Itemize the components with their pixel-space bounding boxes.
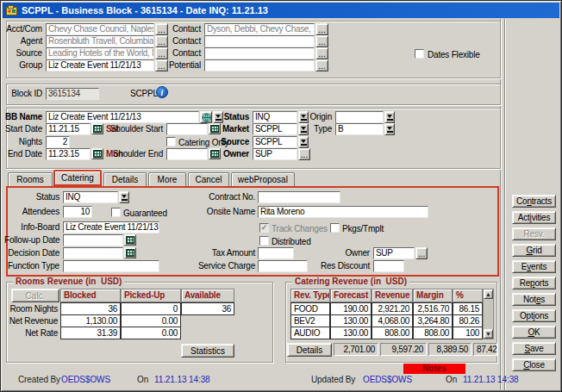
shoulder-end-field[interactable] — [166, 148, 208, 160]
acct-com-field[interactable]: Chevy Chase Council, Naples, — [46, 23, 154, 35]
track-changes-checkbox[interactable]: ✓ — [259, 223, 269, 233]
potential-lookup-button[interactable]: ... — [315, 59, 328, 72]
calendar-icon — [126, 236, 134, 244]
catering-owner-field[interactable]: SUP — [373, 247, 415, 259]
service-charge-field[interactable] — [258, 260, 308, 272]
net-revenue-picked: 0.00 — [121, 314, 181, 327]
scroll-up-button[interactable]: ▲ — [484, 289, 493, 299]
tab-webproposal[interactable]: webProposal — [231, 172, 295, 186]
dates-flexible-checkbox[interactable] — [415, 49, 424, 59]
decision-date-field[interactable] — [63, 247, 123, 259]
info-board-field[interactable]: Liz Create Event 11/21/13 — [63, 221, 159, 233]
tab-more[interactable]: More — [148, 172, 186, 186]
contact3-lookup-button[interactable]: ... — [315, 47, 328, 59]
attendees-field[interactable]: 10 — [63, 206, 92, 218]
function-type-label: Function Type — [4, 261, 59, 271]
contract-no-label: Contract No. — [199, 192, 255, 202]
onsite-name-field[interactable]: Rita Moreno — [258, 206, 428, 218]
start-date-calendar-button[interactable] — [91, 123, 103, 134]
guaranteed-checkbox[interactable] — [111, 208, 121, 217]
rev-row-forecast: 130.00 — [330, 327, 372, 339]
catering-revenue-scrollbar[interactable]: ▲ ▼ — [483, 289, 494, 339]
tab-rooms[interactable]: Rooms — [8, 172, 53, 186]
contact1-label: Contact — [161, 24, 201, 34]
close-button[interactable]: Close — [512, 358, 556, 371]
shoulder-start-field[interactable] — [166, 123, 208, 135]
calc-button[interactable]: Calc. — [11, 289, 59, 302]
origin-field[interactable] — [335, 111, 384, 123]
start-date-label: Start Date — [3, 124, 42, 134]
rev-row-type[interactable]: BEV2 — [290, 314, 330, 327]
rev-row-type[interactable]: AUDIO — [290, 327, 330, 339]
net-rate-blocked: 31.39 — [60, 327, 121, 339]
agent-field[interactable]: Rosenbluth Travell, Columbia, 1800-r — [46, 35, 154, 47]
followup-date-field[interactable] — [63, 234, 123, 246]
updated-on-value: 11.21.13 14:38 — [463, 375, 519, 384]
function-type-field[interactable] — [63, 260, 159, 272]
owner-lookup-button[interactable]: ... — [298, 148, 310, 160]
pkgs-tmplt-checkbox[interactable] — [330, 223, 340, 233]
catering-owner-lookup-button[interactable]: ... — [415, 247, 428, 259]
events-button[interactable]: Events — [512, 260, 556, 273]
block-id-label: Block ID — [3, 89, 42, 99]
dropdown-arrow-icon — [301, 140, 306, 143]
bb-source-dropdown-button[interactable] — [298, 136, 309, 148]
statistics-button[interactable]: Statistics — [181, 344, 234, 358]
contact1-field[interactable]: Dyson, Debbi, Chevy Chase, 1800-123- — [204, 23, 315, 35]
group-field[interactable]: Liz Create Event 11/21/13 — [46, 59, 154, 72]
tax-amount-field[interactable] — [258, 247, 294, 259]
contact3-field[interactable] — [204, 47, 315, 59]
origin-dropdown-button[interactable] — [384, 111, 395, 123]
owner-field[interactable]: SUP — [253, 148, 297, 160]
dropdown-arrow-icon — [387, 115, 392, 118]
tab-catering[interactable]: Catering — [53, 170, 102, 186]
followup-calendar-button[interactable] — [124, 234, 136, 246]
type-dropdown-button[interactable] — [384, 123, 395, 135]
ok-button[interactable]: OK — [512, 326, 556, 339]
details-button[interactable]: Details — [287, 343, 332, 357]
nights-field[interactable]: 2 — [46, 136, 70, 148]
tab-cancel[interactable]: Cancel — [188, 172, 229, 186]
contracts-button[interactable]: Contracts — [512, 195, 556, 208]
end-date-field[interactable]: 11.23.15 — [46, 148, 91, 160]
bb-name-field[interactable]: Liz Create Event 11/21/13 — [46, 111, 199, 123]
title-bar[interactable]: SCPPL - Business Block - 3615134 - Date … — [3, 3, 559, 18]
save-button[interactable]: Save — [512, 342, 556, 355]
potential-field[interactable] — [204, 59, 315, 72]
source-field[interactable]: Leading Hotels of the World, Naples, — [46, 47, 154, 59]
type-field[interactable]: B — [335, 123, 384, 135]
net-revenue-label: Net Revenue — [3, 316, 58, 327]
grid-button[interactable]: Grid — [512, 244, 556, 257]
tab-details[interactable]: Details — [103, 172, 147, 186]
activities-button[interactable]: Activities — [512, 211, 556, 224]
notes-badge[interactable]: Notes — [403, 364, 465, 374]
decision-calendar-button[interactable] — [124, 247, 136, 258]
notes-button[interactable]: Notes — [512, 293, 556, 306]
contact1-lookup-button[interactable]: ... — [315, 23, 328, 35]
catering-status-field[interactable]: INQ — [63, 191, 118, 203]
catering-status-dropdown-button[interactable] — [119, 191, 129, 203]
market-field[interactable]: SCPPL — [253, 123, 297, 135]
end-date-calendar-button[interactable] — [91, 148, 103, 159]
options-button[interactable]: Options — [512, 309, 556, 322]
decision-date-label: Decision Date — [4, 248, 59, 258]
contract-no-field[interactable] — [258, 191, 340, 203]
bb-name-globe-button[interactable] — [200, 111, 212, 123]
scroll-down-button[interactable]: ▼ — [484, 329, 493, 339]
distributed-checkbox[interactable] — [259, 236, 269, 246]
catering-owner-label: Owner — [342, 248, 370, 258]
resv-button[interactable]: Resv. — [512, 227, 556, 240]
reports-button[interactable]: Reports — [512, 277, 556, 289]
res-discount-field[interactable] — [373, 260, 404, 272]
start-date-field[interactable]: 11.21.15 — [46, 123, 91, 135]
catering-only-checkbox[interactable] — [166, 137, 176, 146]
contact2-field[interactable] — [204, 35, 315, 47]
rev-row-type[interactable]: FOOD — [290, 302, 330, 315]
contact2-lookup-button[interactable]: ... — [315, 35, 328, 47]
bb-source-field[interactable]: SCPPL — [253, 136, 297, 148]
info-icon[interactable]: i — [156, 86, 168, 98]
bb-name-label: BB Name — [3, 112, 42, 122]
end-date-label: End Date — [3, 149, 42, 159]
ellipsis-icon: ... — [301, 150, 308, 159]
status-field[interactable]: INQ — [253, 111, 297, 123]
